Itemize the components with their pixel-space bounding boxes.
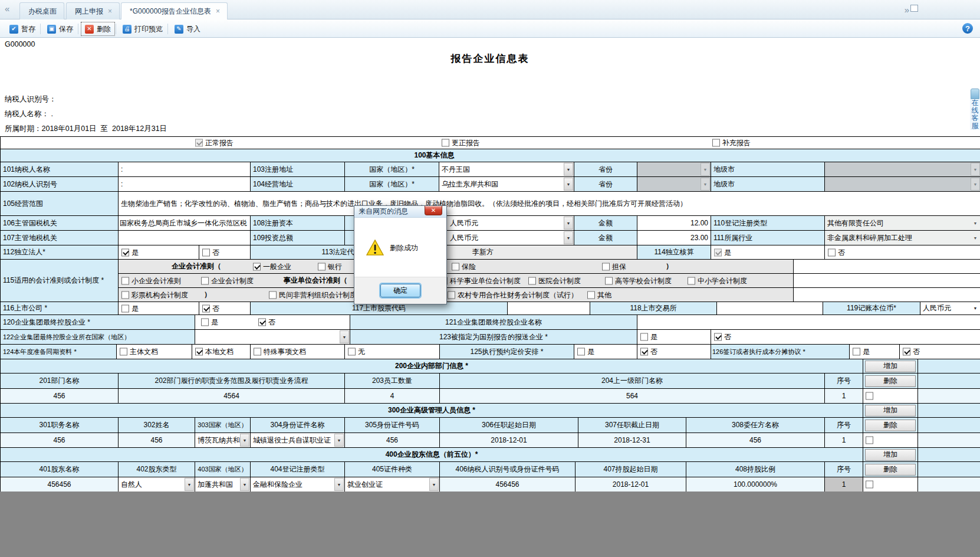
checkbox-icon[interactable] xyxy=(640,348,648,356)
checkbox-icon[interactable] xyxy=(442,139,449,147)
cb-enterprise-system[interactable]: 企业会计制度 xyxy=(201,276,254,286)
table-cell[interactable]: 564 xyxy=(440,389,825,404)
online-service-widget[interactable]: 在线客服 xyxy=(970,89,980,130)
checkbox-icon[interactable] xyxy=(253,263,261,270)
checkbox-icon[interactable] xyxy=(201,277,209,284)
field-126-yes-checkbox[interactable]: 是 xyxy=(853,347,870,357)
cb-small-enterprise-standard[interactable]: 小企业会计准则 xyxy=(121,276,181,286)
field-103-country-dropdown[interactable]: 不丹王国▼ xyxy=(439,162,574,176)
field-121-input[interactable] xyxy=(637,315,980,330)
country-dropdown[interactable]: 博茨瓦纳共和国▼ xyxy=(195,433,250,447)
checkbox-icon[interactable] xyxy=(866,392,873,400)
checkbox-icon[interactable] xyxy=(121,248,129,256)
country-dropdown[interactable]: 加蓬共和国▼ xyxy=(195,477,250,492)
field-111-dropdown[interactable]: 非金属废料和碎屑加工处理▼ xyxy=(825,231,980,245)
cb-general-enterprise[interactable]: 一般企业 xyxy=(253,261,291,271)
cb-rural-coop[interactable]: 农村专用合作社财务会计制度（试行） xyxy=(448,290,578,300)
table-cell[interactable]: 2018-12-01 xyxy=(440,433,578,448)
checkbox-icon[interactable] xyxy=(258,319,266,326)
checkbox-icon[interactable] xyxy=(348,348,356,356)
delete-row-button[interactable]: 删除 xyxy=(865,375,916,387)
cb-science-institution[interactable]: 科学事业单位会计制度 xyxy=(440,276,521,286)
field-114-yes-checkbox[interactable]: 是 xyxy=(714,247,731,257)
cb-local-doc[interactable]: 本地文档 xyxy=(195,347,234,357)
field-108-currency-dropdown[interactable]: 人民币元▼ xyxy=(439,216,574,230)
field-120-no-checkbox[interactable]: 否 xyxy=(258,317,275,327)
cb-school[interactable]: 中小学会计制度 xyxy=(688,276,747,286)
table-cell[interactable]: 456456 xyxy=(440,477,575,492)
checkbox-icon[interactable] xyxy=(448,291,455,299)
print-preview-button[interactable]: 🖨 打印预览 xyxy=(119,22,166,35)
field-120-yes-checkbox[interactable]: 是 xyxy=(201,317,218,327)
checkbox-icon[interactable] xyxy=(120,348,127,356)
register-type-dropdown[interactable]: 金融和保险企业▼ xyxy=(251,477,344,492)
field-104-city-dropdown[interactable]: ▼ xyxy=(825,177,980,191)
table-cell[interactable]: 2018-12-01 xyxy=(575,477,686,492)
checkbox-icon[interactable] xyxy=(587,291,595,299)
checkbox-icon[interactable] xyxy=(712,139,720,147)
cb-insurance[interactable]: 保险 xyxy=(452,261,476,271)
field-123-yes-checkbox[interactable]: 是 xyxy=(640,332,657,342)
field-117-input[interactable] xyxy=(508,302,590,315)
table-cell[interactable]: 456 xyxy=(119,433,195,448)
checkbox-icon[interactable] xyxy=(605,277,613,284)
cb-master-doc[interactable]: 主体文档 xyxy=(120,347,158,357)
cb-college[interactable]: 高等学校会计制度 xyxy=(605,276,672,286)
row-select-checkbox[interactable] xyxy=(866,437,873,444)
cb-lottery[interactable]: 彩票机构会计制度 xyxy=(121,290,188,300)
import-button[interactable]: ✎ 导入 xyxy=(171,22,204,35)
checkbox-icon[interactable] xyxy=(202,248,210,256)
field-118-input[interactable] xyxy=(717,302,823,315)
field-126-no-checkbox[interactable]: 否 xyxy=(903,347,920,357)
field-104-province-dropdown[interactable]: ▼ xyxy=(637,177,711,191)
checkbox-icon[interactable] xyxy=(577,348,585,356)
add-row-button[interactable]: 增加 xyxy=(865,361,916,372)
tabs-collapse-icon[interactable]: « xyxy=(5,4,9,14)
field-112-no-checkbox[interactable]: 否 xyxy=(202,247,219,257)
normal-report-checkbox[interactable]: 正常报告 xyxy=(195,138,234,148)
tab-report-form[interactable]: *G000000报告企业信息表× xyxy=(121,2,228,19)
checkbox-icon[interactable] xyxy=(452,263,459,270)
id-type-dropdown[interactable]: 城镇退役士兵自谋职业证▼ xyxy=(251,433,344,447)
field-125-yes-checkbox[interactable]: 是 xyxy=(577,347,594,357)
cb-ngo[interactable]: 民间非营利组织会计制度 xyxy=(269,290,357,300)
table-cell[interactable]: 456 xyxy=(1,389,119,404)
checkbox-icon[interactable] xyxy=(866,481,873,489)
delete-button[interactable]: ✕ 删除 xyxy=(81,22,114,35)
field-109-currency-dropdown[interactable]: 人民币元▼ xyxy=(439,231,574,245)
cb-special-doc[interactable]: 特殊事项文档 xyxy=(254,347,306,357)
cert-type-dropdown[interactable]: 就业创业证▼ xyxy=(345,477,439,492)
checkbox-icon[interactable] xyxy=(640,333,648,341)
field-103-city-dropdown[interactable]: ▼ xyxy=(825,162,980,176)
table-cell[interactable]: 456 xyxy=(345,433,440,448)
field-106-value[interactable]: 国家税务总局商丘市城乡一体化示范区税 xyxy=(119,216,251,231)
tab-close-icon[interactable]: × xyxy=(216,7,220,15)
correction-report-checkbox[interactable]: 更正报告 xyxy=(442,138,480,148)
help-icon[interactable]: ? xyxy=(962,23,973,34)
field-122-dropdown[interactable]: ▼ xyxy=(195,330,350,344)
checkbox-icon[interactable] xyxy=(903,348,910,356)
checkbox-icon[interactable] xyxy=(688,277,695,284)
dialog-close-icon[interactable]: ✕ xyxy=(425,206,442,215)
checkbox-icon[interactable] xyxy=(714,333,722,341)
table-cell[interactable]: 4564 xyxy=(119,389,345,404)
field-109-amount-value[interactable]: 23.00 xyxy=(637,231,711,245)
checkbox-icon[interactable] xyxy=(121,291,129,299)
checkbox-icon[interactable] xyxy=(866,437,873,444)
tabs-overflow-icon[interactable]: » xyxy=(905,5,909,15)
field-116-no-checkbox[interactable]: 否 xyxy=(202,303,219,313)
row-select-checkbox[interactable] xyxy=(866,392,873,400)
temp-save-button[interactable]: ✔ 暂存 xyxy=(6,22,39,35)
cb-bank[interactable]: 银行 xyxy=(318,261,342,271)
add-row-button[interactable]: 增加 xyxy=(865,449,916,461)
checkbox-icon[interactable] xyxy=(201,319,209,326)
field-123-no-checkbox[interactable]: 否 xyxy=(714,332,731,342)
table-cell[interactable]: 100.000000% xyxy=(686,477,825,492)
field-112-yes-checkbox[interactable]: 是 xyxy=(121,247,139,257)
field-102-input[interactable]: : xyxy=(119,177,251,192)
tab-close-icon[interactable]: × xyxy=(108,7,112,15)
field-116-yes-checkbox[interactable]: 是 xyxy=(121,303,139,313)
row-select-checkbox[interactable] xyxy=(866,481,873,489)
checkbox-icon[interactable] xyxy=(202,304,210,312)
add-row-button[interactable]: 增加 xyxy=(865,405,916,417)
